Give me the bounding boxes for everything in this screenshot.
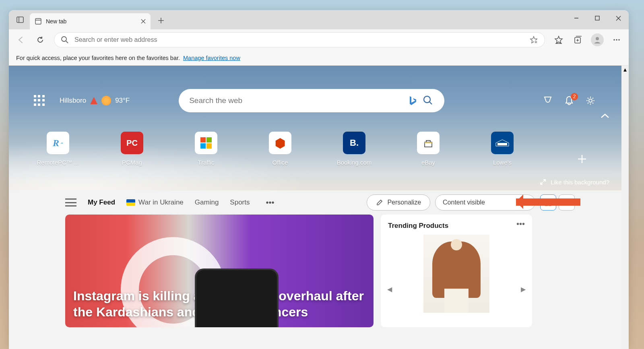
- notifications-icon[interactable]: 2: [564, 95, 574, 106]
- feed-tab-gaming[interactable]: Gaming: [195, 198, 219, 207]
- address-input[interactable]: [74, 36, 524, 43]
- svg-rect-2: [35, 19, 41, 24]
- close-window-button[interactable]: [608, 10, 629, 26]
- shortcut-label: Office: [272, 159, 288, 166]
- shortcut-ebay[interactable]: eBay: [408, 132, 448, 166]
- feed-area: My Feed War in Ukraine Gaming Sports •••…: [9, 190, 629, 349]
- new-tab-button[interactable]: [154, 13, 168, 28]
- prev-product-icon[interactable]: ◀: [385, 285, 394, 294]
- shortcut-booking[interactable]: B. Booking.com: [334, 132, 374, 166]
- browser-tab[interactable]: New tab: [30, 13, 151, 29]
- favorites-hint: For quick access, place your favorites h…: [16, 55, 180, 61]
- favorites-bar: For quick access, place your favorites h…: [9, 50, 629, 66]
- browser-window: New tab: [9, 10, 629, 349]
- feed-grid: ✕ Instagram is killing a big product ove…: [9, 215, 629, 327]
- expand-icon: [539, 178, 547, 186]
- svg-rect-0: [17, 17, 23, 23]
- location-label: Hillsboro: [60, 97, 86, 105]
- settings-gear-icon[interactable]: [585, 95, 596, 106]
- close-tab-icon[interactable]: [141, 19, 146, 24]
- svg-line-27: [429, 102, 432, 104]
- next-product-icon[interactable]: ▶: [518, 285, 528, 294]
- product-image: [423, 235, 489, 313]
- shortcut-traffic[interactable]: Traffic: [186, 132, 226, 166]
- refresh-button[interactable]: [32, 32, 48, 48]
- feed-menu-icon[interactable]: [65, 198, 76, 207]
- collapse-hero-icon[interactable]: [601, 113, 609, 119]
- web-search-bar[interactable]: [179, 89, 444, 112]
- svg-point-24: [616, 39, 617, 41]
- shortcut-label: PCMag: [122, 159, 142, 166]
- weather-alert-icon: [90, 97, 97, 104]
- web-search-input[interactable]: [189, 96, 402, 105]
- minimize-button[interactable]: [566, 10, 587, 26]
- shortcut-pcmag[interactable]: PC PCMag: [112, 132, 152, 166]
- shortcut-tile: [417, 132, 440, 154]
- sun-icon: [101, 96, 111, 105]
- shortcut-remotepc[interactable]: R⌃ RemotePC™ ...: [38, 132, 78, 166]
- svg-rect-30: [425, 142, 432, 143]
- card-more-icon[interactable]: •••: [516, 219, 525, 229]
- like-bg-label: Like this background?: [551, 179, 609, 186]
- annotation-arrow: [516, 198, 580, 206]
- toolbar: [9, 29, 629, 50]
- feed-main-card[interactable]: ✕ Instagram is killing a big product ove…: [65, 215, 374, 327]
- app-launcher-icon[interactable]: [34, 95, 45, 106]
- collections-icon[interactable]: [570, 32, 586, 48]
- feed-tab-myfeed[interactable]: My Feed: [88, 198, 115, 207]
- svg-rect-31: [497, 143, 507, 145]
- shortcut-tile: PC: [121, 132, 143, 154]
- maximize-button[interactable]: [587, 10, 608, 26]
- svg-point-23: [613, 39, 615, 41]
- tab-title: New tab: [46, 18, 137, 25]
- tab-actions-icon[interactable]: [12, 12, 28, 28]
- shortcut-label: Traffic: [198, 159, 215, 166]
- bing-icon: [408, 95, 417, 106]
- shortcut-tile: B.: [343, 132, 365, 154]
- more-menu-icon[interactable]: [609, 32, 625, 48]
- ukraine-flag-icon: [126, 199, 135, 206]
- desktop-bg-left: [0, 0, 9, 349]
- add-shortcut-button[interactable]: [572, 149, 592, 169]
- weather-widget[interactable]: Hillsboro 93°F: [60, 96, 130, 105]
- shortcut-label: RemotePC™ ...: [37, 159, 79, 166]
- feed-headline: Instagram is killing a big product overh…: [73, 288, 365, 320]
- svg-line-13: [66, 41, 68, 43]
- shortcut-office[interactable]: ⬢ Office: [260, 132, 300, 166]
- address-bar[interactable]: [54, 32, 545, 47]
- trending-title: Trending Products: [388, 222, 525, 230]
- shortcut-tile: [195, 132, 217, 154]
- feed-tab-ukraine[interactable]: War in Ukraine: [126, 198, 184, 207]
- shortcuts-row: R⌃ RemotePC™ ... PC PCMag Traffic: [9, 132, 621, 169]
- shortcut-lowes[interactable]: Lowe's: [482, 132, 522, 166]
- trending-products-card[interactable]: Trending Products ••• ◀ ▶: [381, 215, 532, 327]
- add-favorite-icon[interactable]: [529, 35, 538, 44]
- svg-rect-9: [595, 16, 599, 20]
- hero-area: Hillsboro 93°F: [9, 66, 629, 190]
- back-button[interactable]: [13, 32, 29, 48]
- favorites-icon[interactable]: [551, 32, 567, 48]
- content-area: Hillsboro 93°F: [9, 66, 629, 349]
- feed-header: My Feed War in Ukraine Gaming Sports •••…: [9, 190, 629, 215]
- like-background-link[interactable]: Like this background?: [539, 178, 609, 186]
- hero-right-icons: 2: [543, 95, 596, 106]
- personalize-button[interactable]: Personalize: [367, 194, 430, 211]
- profile-button[interactable]: [589, 32, 605, 48]
- shortcut-tile: ⬢: [269, 132, 291, 154]
- pencil-icon: [376, 199, 383, 206]
- shortcut-tile: [491, 132, 514, 154]
- rewards-icon[interactable]: [543, 95, 553, 106]
- feed-more-icon[interactable]: •••: [266, 198, 275, 207]
- svg-point-25: [618, 39, 620, 41]
- svg-point-22: [596, 37, 599, 40]
- svg-point-28: [589, 99, 592, 102]
- manage-favorites-link[interactable]: Manage favorites now: [183, 55, 240, 61]
- window-controls: [566, 10, 629, 26]
- scroll-up-icon[interactable]: ▴: [621, 66, 629, 73]
- feed-tab-sports[interactable]: Sports: [230, 198, 250, 207]
- close-overlay-icon[interactable]: ✕: [235, 273, 246, 285]
- scrollbar[interactable]: ▴: [621, 66, 629, 349]
- shortcut-label: eBay: [421, 159, 435, 166]
- hero-top-row: Hillsboro 93°F: [9, 89, 621, 112]
- search-submit-icon[interactable]: [423, 95, 434, 106]
